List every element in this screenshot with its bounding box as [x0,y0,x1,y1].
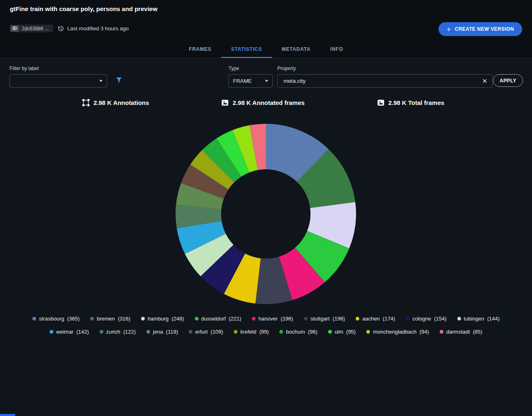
legend-dot [356,317,359,321]
legend-label: aachen (174) [362,316,395,322]
property-label: Property [277,66,493,71]
legend-dot [252,317,256,321]
tab-bar: FRAMESSTATISTICSMETADATAINFO [0,41,532,58]
meta-row: ID 2dc63886 ... Last modified 3 hours ag… [10,25,129,32]
legend-item-hanover[interactable]: hanover (196) [252,316,293,322]
stat-text: 2.98 K Annotations [94,99,149,106]
history-icon [57,25,64,32]
stat-text: 2.98 K Total frames [388,99,444,106]
legend-dot [304,317,308,321]
dataset-id-value: 2dc63886 ... [19,26,52,32]
tab-statistics[interactable]: STATISTICS [221,41,272,58]
legend-item-krefeld[interactable]: krefeld (99) [234,329,269,335]
legend-dot [457,317,461,321]
legend-dot [100,330,103,334]
legend-item-aachen[interactable]: aachen (174) [356,316,395,322]
create-new-version-button[interactable]: + CREATE NEW VERSION [438,22,522,36]
legend-item-tubingen[interactable]: tubingen (144) [457,316,500,322]
legend-item-stuttgart[interactable]: stuttgart (196) [304,316,345,322]
legend-label: dusseldorf (221) [201,316,242,322]
chevron-down-icon [99,80,103,82]
legend-label: hamburg (248) [148,316,184,322]
legend-item-dusseldorf[interactable]: dusseldorf (221) [195,316,242,322]
legend-item-bremen[interactable]: bremen (316) [90,316,130,322]
legend-dot [195,317,199,321]
clear-icon[interactable]: ✕ [479,78,487,84]
tab-metadata[interactable]: METADATA [272,41,320,58]
bottom-accent-bar [0,414,15,416]
legend-label: stuttgart (196) [311,316,345,322]
chart-legend: strasbourg (365)bremen (316)hamburg (248… [0,316,532,335]
create-new-version-label: CREATE NEW VERSION [455,26,514,32]
property-input[interactable] [283,77,479,84]
legend-label: bremen (316) [97,316,130,322]
legend-label: cologne (154) [412,316,446,322]
stat-item: 2.98 K Total frames [377,99,444,107]
legend-label: erfurt (109) [195,329,223,335]
legend-dot [406,317,409,321]
last-modified: Last modified 3 hours ago [57,25,129,32]
type-select[interactable]: FRAME [228,74,273,88]
property-field: Property ✕ [277,66,493,88]
legend-label: bochum (96) [286,329,317,335]
legend-dot [279,330,283,334]
apply-button[interactable]: APPLY [493,74,523,87]
legend-dot [189,330,192,334]
dataset-statistics-page: gtFine train with coarse poly, persons a… [0,0,532,416]
donut-chart-wrap [176,124,356,304]
legend-label: strasbourg (365) [39,316,80,322]
legend-item-weimar[interactable]: weimar (142) [50,329,89,335]
chevron-down-icon [265,80,268,82]
legend-item-zurich[interactable]: zurich (122) [100,329,136,335]
legend-label: jena (119) [153,329,178,335]
legend-row: weimar (142)zurich (122)jena (119)erfurt… [0,329,532,335]
legend-label: weimar (142) [56,329,89,335]
tab-frames[interactable]: FRAMES [179,41,221,58]
legend-dot [90,317,94,321]
legend-dot [32,317,36,321]
frames-icon [377,99,385,107]
stat-item: 2.98 K Annotated frames [221,99,304,107]
stats-row: 2.98 K Annotations2.98 K Annotated frame… [82,99,444,107]
dataset-id-chip[interactable]: ID 2dc63886 ... [10,25,53,32]
legend-label: ulm (95) [335,329,356,335]
filter-funnel-icon[interactable] [115,76,123,85]
legend-label: tubingen (144) [464,316,500,322]
property-input-wrap: ✕ [277,74,493,88]
frames-icon [221,99,229,107]
legend-dot [234,330,237,334]
legend-dot [440,330,443,334]
last-modified-text: Last modified 3 hours ago [67,25,129,32]
type-select-value: FRAME [233,78,252,84]
stat-item: 2.98 K Annotations [82,99,149,107]
legend-label: darmstadt (85) [446,329,482,335]
type-label: Type [228,66,273,71]
tab-info[interactable]: INFO [320,41,353,58]
legend-row: strasbourg (365)bremen (316)hamburg (248… [0,316,532,322]
legend-item-cologne[interactable]: cologne (154) [406,316,446,322]
id-tag: ID [11,25,19,32]
legend-item-ulm[interactable]: ulm (95) [328,329,356,335]
legend-item-bochum[interactable]: bochum (96) [279,329,317,335]
label-filter-select[interactable] [9,74,107,88]
legend-label: krefeld (99) [240,329,269,335]
legend-label: monchengladbach (94) [373,329,429,335]
legend-item-jena[interactable]: jena (119) [146,329,178,335]
legend-item-darmstadt[interactable]: darmstadt (85) [440,329,482,335]
legend-label: hanover (196) [258,316,293,322]
page-title: gtFine train with coarse poly, persons a… [10,5,158,12]
legend-dot [328,330,332,334]
legend-dot [141,317,145,321]
legend-item-strasbourg[interactable]: strasbourg (365) [32,316,80,322]
type-field: Type FRAME [228,66,273,88]
filter-by-label-label: Filter by label [9,66,107,71]
stat-text: 2.98 K Annotated frames [233,99,304,106]
legend-item-erfurt[interactable]: erfurt (109) [189,329,223,335]
plus-icon: + [447,26,451,33]
legend-dot [146,330,150,334]
legend-dot [50,330,53,334]
legend-item-hamburg[interactable]: hamburg (248) [141,316,184,322]
label-filter-field: Filter by label [9,66,107,88]
legend-label: zurich (122) [106,329,136,335]
legend-item-monchengladbach[interactable]: monchengladbach (94) [366,329,429,335]
